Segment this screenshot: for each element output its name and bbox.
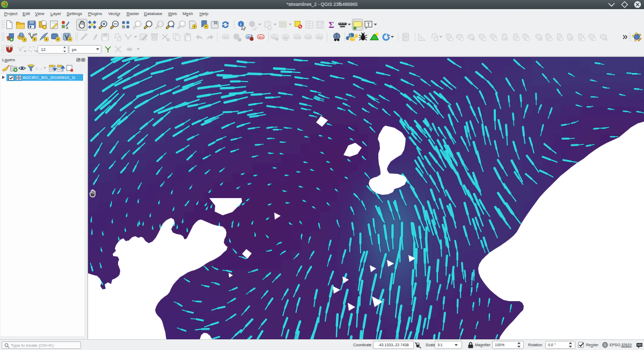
svg-text:12: 12 xyxy=(41,47,46,52)
svg-text:ab: ab xyxy=(272,35,276,39)
svg-text:Σ: Σ xyxy=(328,20,334,30)
svg-text:T: T xyxy=(367,21,370,27)
svg-text:px: px xyxy=(72,47,76,52)
svg-text:ε: ε xyxy=(36,65,38,71)
svg-text:abc: abc xyxy=(223,35,229,39)
svg-text:?: ? xyxy=(405,35,407,40)
svg-text:abc: abc xyxy=(317,35,322,39)
svg-text:a: a xyxy=(66,25,68,30)
svg-text:abc: abc xyxy=(259,35,264,39)
